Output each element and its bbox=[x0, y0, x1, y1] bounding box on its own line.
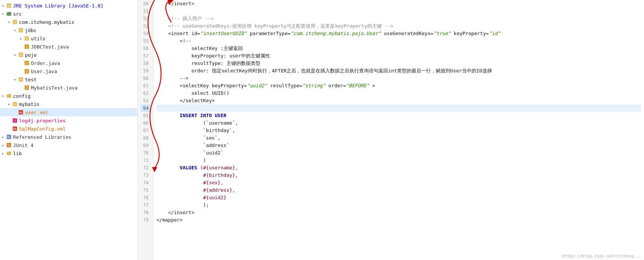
code-line-67: `birthday`, bbox=[156, 127, 641, 134]
svg-text:+: + bbox=[14, 103, 16, 106]
tree-label-config: config bbox=[13, 93, 31, 99]
sidebar-item-config[interactable]: config bbox=[0, 92, 137, 100]
tree-arrow-jdbc[interactable] bbox=[12, 27, 18, 33]
tree-arrow-src[interactable] bbox=[0, 11, 6, 17]
tree-arrow-mybatistest[interactable] bbox=[18, 85, 24, 91]
line-number-68: 68 bbox=[141, 134, 150, 142]
sidebar-item-lib[interactable]: lib bbox=[0, 149, 137, 157]
svg-text:J: J bbox=[26, 62, 28, 65]
sidebar-item-com.itzheng[interactable]: +com.itzheng.mybatis bbox=[0, 18, 137, 26]
tree-label-lib: lib bbox=[13, 151, 22, 156]
tree-arrow-config[interactable] bbox=[0, 93, 6, 99]
tree-arrow-jdbctest[interactable] bbox=[18, 44, 24, 50]
code-line-78: </insert> bbox=[156, 209, 641, 216]
code-content[interactable]: </insert> <!-- 插入用户 --> <!-- useGenerate… bbox=[153, 0, 644, 260]
sidebar-item-test[interactable]: +test bbox=[0, 75, 137, 84]
file-tree[interactable]: +JRE System Library [JavaSE-1.8]src+com.… bbox=[0, 0, 138, 260]
tree-label-pojo: pojo bbox=[25, 52, 37, 58]
line-number-70: 70 bbox=[141, 149, 150, 157]
tree-arrow-sqlmapconfig[interactable] bbox=[6, 126, 12, 132]
junit-icon: JU bbox=[6, 142, 12, 148]
line-number-54: 54 bbox=[141, 30, 150, 37]
pkg-icon: + bbox=[12, 19, 18, 25]
svg-text:J: J bbox=[26, 70, 28, 73]
code-line-65: INSERT INTO USER bbox=[156, 112, 641, 119]
tree-label-utils: utils bbox=[31, 36, 45, 41]
line-number-79: 79 bbox=[141, 216, 150, 224]
line-number-65: 65 bbox=[141, 112, 150, 119]
line-number-55: 55 bbox=[141, 37, 150, 45]
sidebar-item-jdbc[interactable]: +jdbc bbox=[0, 26, 137, 34]
line-number-71: 71 bbox=[141, 157, 150, 164]
code-line-50: </insert> bbox=[156, 0, 641, 7]
watermark: https://blog.csdn.net/itzheng... bbox=[562, 254, 641, 259]
sidebar-item-sqlmapconfig[interactable]: XMLSqlMapConfig.xml bbox=[0, 125, 137, 133]
sidebar-item-utils[interactable]: +utils bbox=[0, 34, 137, 43]
line-number-59: 59 bbox=[141, 67, 150, 75]
code-editor[interactable]: 5051525354555657585960616263646566676869… bbox=[138, 0, 644, 260]
tree-arrow-log4j[interactable] bbox=[6, 118, 12, 123]
tree-arrow-lib[interactable] bbox=[0, 150, 6, 156]
code-line-55: <!-- bbox=[156, 37, 641, 45]
pkg-icon: + bbox=[6, 3, 12, 9]
tree-arrow-mybatis-folder[interactable] bbox=[6, 101, 12, 107]
code-line-75: #{address}, bbox=[156, 187, 641, 194]
java-icon: J bbox=[24, 85, 30, 91]
code-line-66: (`username`, bbox=[156, 119, 641, 127]
java-icon: J bbox=[24, 60, 30, 66]
line-number-77: 77 bbox=[141, 201, 150, 209]
tree-arrow-order[interactable] bbox=[18, 60, 24, 66]
sidebar-item-jdbctest[interactable]: JJDBCTest.java bbox=[0, 43, 137, 51]
line-number-61: 61 bbox=[141, 82, 150, 90]
pkg-icon: + bbox=[18, 76, 24, 82]
sidebar-item-log4j[interactable]: Plog4j.properties bbox=[0, 116, 137, 125]
sidebar-item-src[interactable]: src bbox=[0, 10, 137, 18]
tree-label-log4j: log4j.properties bbox=[19, 118, 66, 123]
line-number-76: 76 bbox=[141, 194, 150, 201]
tree-arrow-user[interactable] bbox=[18, 68, 24, 74]
tree-arrow-jre[interactable] bbox=[0, 3, 6, 9]
line-number-63: 63 bbox=[141, 97, 150, 104]
line-number-67: 67 bbox=[141, 127, 150, 134]
code-line-71: ) bbox=[156, 157, 641, 164]
line-numbers: 5051525354555657585960616263646566676869… bbox=[138, 0, 153, 260]
svg-text:J: J bbox=[26, 87, 28, 90]
code-line-59: order: 指定selectKey何时执行，AFTER之后，也就是在插入数据之… bbox=[156, 67, 641, 75]
line-number-64: 64 bbox=[141, 104, 150, 112]
sidebar-item-pojo[interactable]: +pojo bbox=[0, 51, 137, 59]
tree-label-user: User.java bbox=[31, 69, 57, 74]
sidebar-item-order[interactable]: JOrder.java bbox=[0, 59, 137, 67]
tree-arrow-reflibs[interactable] bbox=[0, 134, 6, 140]
sidebar-item-jre[interactable]: +JRE System Library [JavaSE-1.8] bbox=[0, 1, 137, 10]
sidebar-item-userxml[interactable]: XMLuser.xml bbox=[0, 108, 137, 116]
svg-text:RL: RL bbox=[7, 136, 10, 138]
line-number-57: 57 bbox=[141, 52, 150, 60]
sidebar-item-mybatistest[interactable]: JMybatisTest.java bbox=[0, 84, 137, 92]
xml-icon: XML bbox=[12, 126, 18, 132]
tree-label-userxml: user.xml bbox=[25, 110, 48, 115]
tree-arrow-pojo[interactable] bbox=[12, 52, 18, 58]
tree-arrow-test[interactable] bbox=[12, 76, 18, 82]
code-line-64 bbox=[156, 104, 641, 112]
code-line-58: resultType: 主键的数据类型 bbox=[156, 60, 641, 67]
line-number-66: 66 bbox=[141, 119, 150, 127]
code-line-72: VALUES (#{username}, bbox=[156, 164, 641, 172]
sidebar-item-junit4[interactable]: JUJUnit 4 bbox=[0, 141, 137, 149]
tree-label-order: Order.java bbox=[31, 60, 60, 66]
sidebar-item-reflibs[interactable]: RLReferenced Libraries bbox=[0, 133, 137, 141]
line-number-74: 74 bbox=[141, 179, 150, 187]
tree-arrow-com.itzheng[interactable] bbox=[6, 19, 12, 25]
sidebar-item-user[interactable]: JUser.java bbox=[0, 67, 137, 75]
tree-arrow-utils[interactable] bbox=[18, 35, 24, 41]
code-line-62: select UUID() bbox=[156, 90, 641, 97]
sidebar-item-mybatis-folder[interactable]: +mybatis bbox=[0, 100, 137, 108]
tree-arrow-junit4[interactable] bbox=[0, 142, 6, 148]
tree-label-test: test bbox=[25, 77, 37, 82]
line-number-53: 53 bbox=[141, 22, 150, 30]
tree-arrow-userxml[interactable] bbox=[12, 109, 18, 115]
tree-label-jdbc: jdbc bbox=[25, 28, 37, 33]
line-number-50: 50 bbox=[141, 0, 150, 7]
svg-text:J: J bbox=[26, 46, 28, 48]
pkg-icon: + bbox=[12, 101, 18, 107]
code-line-56: selectKey :主键返回 bbox=[156, 45, 641, 52]
